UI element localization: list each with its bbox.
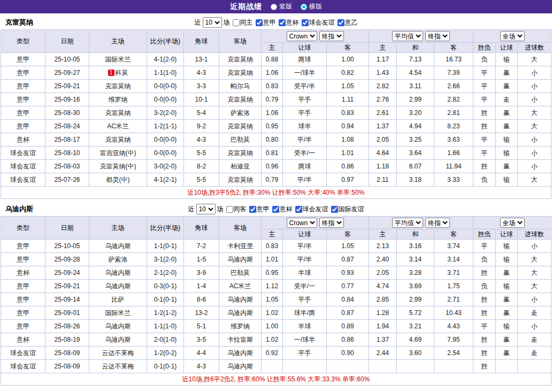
score-cell[interactable]: 4-1(2-1) [147, 173, 184, 187]
match-row: 球会友谊25-08-10雷吉亚纳(中)0-0(0-0)5-5克雷莫纳0.81受半… [1, 147, 551, 160]
radio-vertical-label: 竖版 [279, 2, 292, 11]
recent-count-select[interactable]: 10 [203, 17, 222, 28]
league-filter-checkbox-input[interactable] [331, 206, 338, 213]
score-cell[interactable]: 1-2(0-2) [147, 347, 184, 360]
league-filter-checkbox-input[interactable] [338, 19, 344, 26]
away-team-cell[interactable]: 维罗纳 [219, 320, 262, 333]
home-team-cell[interactable]: 克雷莫纳 [89, 106, 147, 120]
away-team-cell[interactable]: 克雷莫纳 [219, 173, 262, 187]
result-cell: 胜 [473, 360, 496, 373]
scope-select[interactable]: 全场 [500, 31, 525, 41]
score-cell[interactable]: 2-0(1-0) [147, 333, 184, 347]
home-team-cell[interactable]: 克雷莫纳 [89, 133, 147, 147]
odds-source-select[interactable]: Crown [287, 31, 317, 41]
handicap-result-cell: 输 [496, 133, 518, 147]
avg-point-select[interactable]: 终指 [425, 31, 450, 41]
scope-select[interactable]: 全场 [500, 218, 525, 228]
home-team-cell[interactable]: 国际米兰 [89, 53, 147, 66]
home-team-cell[interactable]: 乌迪内斯 [89, 320, 147, 333]
home-team-cell[interactable]: 乌迪内斯 [89, 280, 147, 293]
away-team-cell[interactable]: 克雷莫纳 [219, 66, 262, 80]
score-cell[interactable]: 1-1(1-0) [147, 320, 184, 333]
away-team-cell[interactable]: 萨索洛 [219, 106, 262, 120]
league-filter-checkbox-input[interactable] [226, 206, 233, 213]
avg-point-select[interactable]: 终指 [425, 218, 450, 228]
home-team-cell[interactable]: 克雷莫纳 [89, 80, 147, 93]
score-cell[interactable]: 4-1(2-0) [147, 53, 184, 66]
away-team-cell[interactable]: 克雷莫纳 [219, 120, 262, 133]
score-cell[interactable]: 3-2(2-0) [147, 106, 184, 120]
avg-away-odds-cell: 4.43 [434, 320, 473, 333]
home-team-cell[interactable]: 维罗纳 [89, 93, 147, 106]
odds-point-select[interactable]: 终指 [319, 218, 344, 228]
score-cell[interactable]: 2-1(2-0) [147, 266, 184, 280]
league-filter-checkbox[interactable]: 意甲 [247, 205, 270, 214]
home-team-cell[interactable]: 乌迪内斯 [89, 266, 147, 280]
away-team-cell[interactable]: AC米兰 [219, 280, 262, 293]
home-team-cell[interactable]: 乌迪内斯 [89, 333, 147, 347]
league-type-cell: 意杯 [1, 333, 45, 347]
layout-radio-vertical[interactable]: 竖版 [271, 2, 292, 11]
league-filter-checkbox-input[interactable] [256, 19, 263, 26]
home-team-cell[interactable]: 云达不莱梅 [89, 360, 147, 373]
score-cell[interactable]: 0-1(0-1) [147, 360, 184, 373]
away-team-cell[interactable]: 巴勒莫 [219, 133, 262, 147]
league-filter-checkbox[interactable]: 意甲 [253, 18, 276, 27]
away-team-cell[interactable]: 乌迪内斯 [219, 347, 262, 360]
away-team-cell[interactable]: 克雷莫纳 [219, 147, 262, 160]
score-cell[interactable]: 1-1(1-0) [147, 66, 184, 80]
away-team-cell[interactable]: 乌迪内斯 [219, 360, 262, 373]
home-team-cell[interactable]: 1科莫 [89, 66, 147, 80]
away-team-cell[interactable]: 乌迪内斯 [219, 293, 262, 306]
score-cell[interactable]: 3-0(2-0) [147, 160, 184, 173]
layout-radio-horizontal[interactable]: 横版 [301, 2, 322, 11]
score-cell[interactable]: 0-0(0-0) [147, 133, 184, 147]
score-cell[interactable]: 1-1(0-1) [147, 240, 184, 253]
league-filter-checkbox-input[interactable] [279, 19, 286, 26]
league-filter-checkbox[interactable]: 球会友谊 [293, 205, 328, 214]
score-cell[interactable]: 0-3(0-1) [147, 280, 184, 293]
league-filter-checkbox-input[interactable] [302, 19, 309, 26]
home-team-cell[interactable]: 都灵(中) [89, 173, 147, 187]
score-cell[interactable]: 1-2(1-2) [147, 306, 184, 320]
avg-source-select[interactable]: 平均值 [392, 31, 423, 41]
recent-count-select[interactable]: 10 [196, 204, 216, 214]
away-team-cell[interactable]: 乌迪内斯 [219, 253, 262, 266]
avg-source-select[interactable]: 平均值 [392, 218, 423, 228]
league-filter-checkbox[interactable]: 意乙 [335, 18, 358, 27]
league-filter-checkbox-input[interactable] [272, 206, 279, 213]
home-team-cell[interactable]: 云达不莱梅 [89, 347, 147, 360]
score-cell[interactable]: 3-1(2-0) [147, 253, 184, 266]
away-team-cell[interactable]: 巴勒莫 [219, 266, 262, 280]
home-team-cell[interactable]: 国际米兰 [89, 306, 147, 320]
league-filter-checkbox[interactable]: 同客 [224, 205, 247, 214]
score-cell[interactable]: 0-1(0-1) [147, 293, 184, 306]
league-filter-checkbox[interactable]: 意杯 [270, 205, 293, 214]
away-team-cell[interactable]: 卡利亚里 [219, 240, 262, 253]
away-team-cell[interactable]: 乌迪内斯 [219, 306, 262, 320]
home-team-cell[interactable]: 萨索洛 [89, 253, 147, 266]
league-filter-checkbox-input[interactable] [233, 19, 240, 26]
league-filter-checkbox[interactable]: 同主 [230, 18, 253, 27]
home-team-cell[interactable]: AC米兰 [89, 120, 147, 133]
league-filter-checkbox[interactable]: 国际友谊 [328, 205, 364, 214]
score-cell[interactable]: 0-0(0-0) [147, 80, 184, 93]
score-cell[interactable]: 0-0(0-0) [147, 147, 184, 160]
home-team-cell[interactable]: 比萨 [89, 293, 147, 306]
away-team-cell[interactable]: 柏迪亚 [219, 160, 262, 173]
league-filter-checkbox[interactable]: 球会友谊 [299, 18, 335, 27]
league-filter-checkbox[interactable]: 意杯 [276, 18, 299, 27]
odds-source-select[interactable]: Crown [287, 218, 317, 228]
away-team-cell[interactable]: 帕尔马 [219, 80, 262, 93]
league-filter-checkbox-input[interactable] [249, 206, 256, 213]
score-cell[interactable]: 1-2(1-1) [147, 120, 184, 133]
away-team-cell[interactable]: 卡拉雷斯 [219, 333, 262, 347]
league-filter-checkbox-input[interactable] [295, 206, 302, 213]
score-cell[interactable]: 0-0(0-0) [147, 93, 184, 106]
away-team-cell[interactable]: 克雷莫纳 [219, 53, 262, 66]
home-team-cell[interactable]: 乌迪内斯 [89, 240, 147, 253]
home-team-cell[interactable]: 雷吉亚纳(中) [89, 147, 147, 160]
odds-point-select[interactable]: 终指 [319, 31, 344, 41]
away-team-cell[interactable]: 克雷莫纳 [219, 93, 262, 106]
home-team-cell[interactable]: 克雷莫纳(中) [89, 160, 147, 173]
